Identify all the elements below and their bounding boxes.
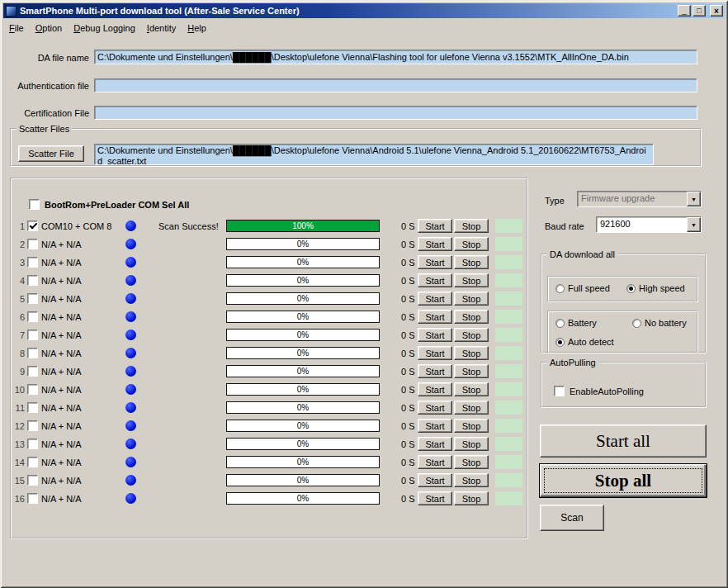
radio-full-speed[interactable]: Full speed [555,283,610,293]
row-status-label: Scan Success! [158,221,226,231]
auth-file-field[interactable] [94,78,697,92]
row-checkbox[interactable] [27,330,38,340]
radio-high-speed[interactable]: High speed [626,283,685,293]
row-checkbox[interactable] [27,439,38,449]
row-result-cell [495,382,522,396]
row-progress-bar: 0% [226,383,380,396]
row-com-label: N/A + N/A [41,439,82,449]
row-stop-button[interactable]: Stop [454,401,489,415]
status-led-icon [125,366,136,377]
row-stop-button[interactable]: Stop [454,346,489,360]
menu-identity[interactable]: Identity [141,21,182,35]
row-progress-bar: 0% [226,365,380,377]
row-start-button[interactable]: Start [418,292,452,306]
minimize-icon[interactable]: _ [678,5,691,17]
row-checkbox[interactable] [27,311,38,322]
menu-file[interactable]: File [3,21,30,35]
row-stop-button[interactable]: Stop [454,255,489,269]
radio-button-icon[interactable] [555,284,565,293]
status-led-icon [125,402,136,413]
chevron-down-icon[interactable]: ▼ [687,217,701,232]
port-rows: 1 COM10 + COM 8 Scan Success! 100% 0 S S… [13,217,525,508]
cert-file-field[interactable] [94,106,697,120]
row-start-button[interactable]: Start [418,401,452,415]
baud-rate-combobox[interactable]: 921600 ▼ [596,216,702,233]
row-time-label: 0 S [401,403,415,413]
row-start-button[interactable]: Start [418,310,452,324]
row-start-button[interactable]: Start [418,328,452,342]
row-start-button[interactable]: Start [418,455,452,469]
radio-battery[interactable]: Battery [555,318,597,328]
row-start-button[interactable]: Start [418,491,452,505]
row-stop-button[interactable]: Stop [454,364,489,378]
row-checkbox[interactable] [27,220,38,231]
row-checkbox[interactable] [27,239,38,249]
menu-option[interactable]: Option [30,21,68,35]
row-stop-button[interactable]: Stop [454,473,489,487]
row-start-button[interactable]: Start [418,437,452,451]
row-start-button[interactable]: Start [418,255,452,269]
row-index: 7 [13,330,25,340]
radio-button-icon[interactable] [555,338,565,347]
row-stop-button[interactable]: Stop [454,455,489,469]
row-stop-button[interactable]: Stop [454,382,489,396]
radio-button-icon[interactable] [632,319,641,328]
port-row: 15 N/A + N/A 0% 0 S Start Stop [13,472,525,490]
menu-help[interactable]: Help [182,21,212,35]
row-checkbox[interactable] [27,275,38,286]
row-checkbox[interactable] [27,457,38,467]
da-file-field[interactable]: C:\Dokumente und Einstellungen\██████\De… [94,50,697,64]
row-stop-button[interactable]: Stop [454,328,489,342]
start-all-button[interactable]: Start all [540,424,707,458]
enable-autopolling-checkbox[interactable] [554,386,565,396]
radio-button-icon[interactable] [555,319,565,328]
row-start-button[interactable]: Start [418,364,452,378]
row-progress-label: 0% [227,493,379,504]
row-checkbox[interactable] [27,366,38,377]
row-checkbox[interactable] [27,493,38,504]
sel-all-checkbox[interactable] [29,199,40,210]
status-led-icon [125,439,136,449]
row-result-cell [495,455,522,469]
row-stop-button[interactable]: Stop [454,491,489,505]
row-start-button[interactable]: Start [418,419,452,433]
row-stop-button[interactable]: Stop [454,237,489,251]
row-start-button[interactable]: Start [418,382,452,396]
radio-no-battery[interactable]: No battery [632,318,687,328]
row-checkbox[interactable] [27,293,38,304]
row-stop-button[interactable]: Stop [454,292,489,306]
radio-button-icon[interactable] [626,284,636,293]
row-start-button[interactable]: Start [418,473,452,487]
scan-button[interactable]: Scan [540,505,604,531]
close-icon[interactable]: × [710,5,723,17]
row-checkbox[interactable] [27,420,38,431]
row-checkbox[interactable] [27,348,38,358]
scatter-file-field[interactable]: C:\Dokumente und Einstellungen\██████\De… [94,144,654,165]
menu-debug-logging[interactable]: Debug Logging [68,21,141,35]
status-led-icon [125,275,136,286]
row-stop-button[interactable]: Stop [454,310,489,324]
row-start-button[interactable]: Start [418,237,452,251]
row-checkbox[interactable] [27,257,38,268]
stop-all-button[interactable]: Stop all [540,464,707,497]
row-stop-button[interactable]: Stop [454,437,489,451]
row-time-label: 0 S [401,239,415,249]
window-controls: _ □ × [678,5,723,17]
row-start-button[interactable]: Start [418,346,452,360]
row-start-button[interactable]: Start [418,273,452,287]
row-checkbox[interactable] [27,402,38,413]
row-checkbox[interactable] [27,475,38,486]
scatter-file-button[interactable]: Scatter File [18,145,84,162]
radio-auto-detect[interactable]: Auto detect [555,337,614,347]
row-stop-button[interactable]: Stop [454,419,489,433]
status-led-icon [125,220,136,231]
row-start-button[interactable]: Start [418,219,452,233]
titlebar[interactable]: SmartPhone Multi-port download tool (Aft… [3,3,725,18]
row-progress-bar: 0% [226,256,380,268]
row-stop-button[interactable]: Stop [454,273,489,287]
cert-file-label: Certification File [7,108,89,118]
row-stop-button[interactable]: Stop [454,219,489,233]
maximize-icon[interactable]: □ [693,5,706,17]
row-checkbox[interactable] [27,384,38,395]
status-led-icon [125,257,136,268]
